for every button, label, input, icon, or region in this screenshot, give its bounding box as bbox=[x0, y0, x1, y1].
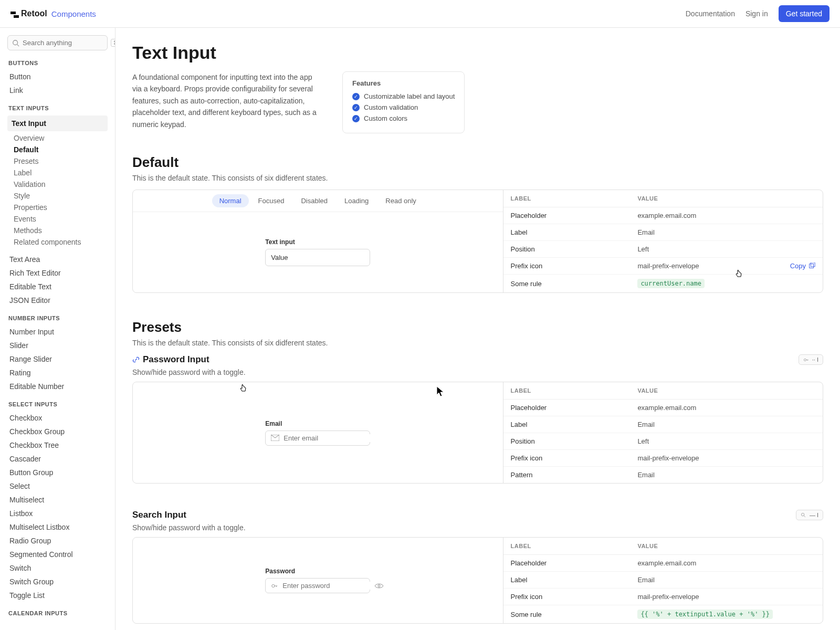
search-input[interactable] bbox=[23, 39, 111, 47]
demo-left: Email bbox=[133, 382, 503, 483]
sidebar-sub-label[interactable]: Label bbox=[7, 167, 108, 178]
prop-row: Placeholderexample.email.com bbox=[503, 555, 823, 572]
eye-icon[interactable] bbox=[375, 582, 383, 590]
prop-row: Position Left bbox=[503, 241, 823, 258]
sidebar-item-switch[interactable]: Switch bbox=[7, 562, 108, 574]
magnify-icon bbox=[801, 512, 806, 518]
password-sub: Show/hide password with a toggle. bbox=[132, 368, 823, 376]
documentation-link[interactable]: Documentation bbox=[686, 9, 735, 18]
default-title: Default bbox=[132, 154, 823, 171]
preset-badge: — I bbox=[796, 510, 823, 520]
sidebar-sub-default[interactable]: Default bbox=[7, 144, 108, 155]
password-demo-card: Email LABEL VALUE bbox=[132, 382, 823, 484]
prop-header-value: VALUE bbox=[637, 387, 815, 394]
password-input[interactable] bbox=[282, 582, 371, 590]
email-input-wrap[interactable] bbox=[265, 430, 370, 446]
presets-desc: This is the default state. This consists… bbox=[132, 339, 823, 347]
search-icon bbox=[12, 39, 19, 47]
tab-disabled[interactable]: Disabled bbox=[293, 194, 335, 207]
sidebar-item-number-input[interactable]: Number Input bbox=[7, 326, 108, 338]
sidebar-item-cascader[interactable]: Cascader bbox=[7, 453, 108, 465]
preset-badge: ·· I bbox=[799, 354, 823, 365]
page-description: A foundational component for inputting t… bbox=[132, 71, 321, 130]
sidebar-item-rich-text-editor[interactable]: Rich Text Editor bbox=[7, 267, 108, 279]
sidebar-sub-events[interactable]: Events bbox=[7, 213, 108, 225]
sidebar-item-toggle-list[interactable]: Toggle List bbox=[7, 589, 108, 602]
tab-focused[interactable]: Focused bbox=[251, 194, 292, 207]
sidebar-item-button-group[interactable]: Button Group bbox=[7, 466, 108, 479]
search-sub: Show/hide password with a toggle. bbox=[132, 523, 823, 532]
prop-label: Some rule bbox=[511, 280, 638, 288]
sidebar-sub-overview[interactable]: Overview bbox=[7, 132, 108, 144]
sidebar-item-text-area[interactable]: Text Area bbox=[7, 253, 108, 266]
sidebar-group-select-inputs: SELECT INPUTS bbox=[8, 401, 108, 407]
signin-link[interactable]: Sign in bbox=[746, 9, 768, 18]
prop-value: example.email.com bbox=[637, 212, 815, 219]
tab-readonly[interactable]: Read only bbox=[378, 194, 424, 207]
sidebar-item-button[interactable]: Button bbox=[7, 70, 108, 83]
features-title: Features bbox=[352, 79, 455, 87]
prop-row: Some rule currentUser.name bbox=[503, 275, 823, 292]
logo[interactable]: Retool bbox=[10, 9, 47, 18]
get-started-button[interactable]: Get started bbox=[779, 5, 830, 22]
password-input-wrap[interactable] bbox=[265, 578, 370, 593]
svg-point-2 bbox=[13, 40, 18, 45]
search-box[interactable]: ⌘ Z bbox=[7, 35, 108, 50]
default-demo-card: Normal Focused Disabled Loading Read onl… bbox=[132, 190, 823, 293]
sidebar-sub-related[interactable]: Related components bbox=[7, 236, 108, 248]
sidebar-item-segmented-control[interactable]: Segmented Control bbox=[7, 548, 108, 561]
sidebar-item-listbox[interactable]: Listbox bbox=[7, 507, 108, 520]
sidebar-sub-validation[interactable]: Validation bbox=[7, 178, 108, 190]
check-icon: ✓ bbox=[352, 104, 360, 111]
feature-item: ✓ Custom colors bbox=[352, 114, 455, 122]
prop-row: Label Email bbox=[503, 224, 823, 241]
anchor-link-icon[interactable] bbox=[132, 356, 140, 363]
sidebar-item-json-editor[interactable]: JSON Editor bbox=[7, 294, 108, 307]
prop-header-label: LABEL bbox=[511, 195, 638, 202]
prop-row: PatternEmail bbox=[503, 467, 823, 483]
sidebar-item-checkbox-tree[interactable]: Checkbox Tree bbox=[7, 439, 108, 452]
sidebar-item-checkbox-group[interactable]: Checkbox Group bbox=[7, 425, 108, 438]
sidebar-item-range-slider[interactable]: Range Slider bbox=[7, 353, 108, 365]
sidebar-item-editable-number[interactable]: Editable Number bbox=[7, 380, 108, 393]
demo-props: LABEL VALUE Placeholder example.email.co… bbox=[503, 190, 823, 292]
demo-text-input[interactable] bbox=[265, 249, 370, 266]
sidebar-item-checkbox[interactable]: Checkbox bbox=[7, 412, 108, 424]
sidebar-item-link[interactable]: Link bbox=[7, 84, 108, 97]
svg-rect-4 bbox=[810, 264, 814, 268]
sidebar-item-rating[interactable]: Rating bbox=[7, 366, 108, 379]
demo-props: LABEL VALUE Placeholderexample.email.com… bbox=[503, 538, 823, 623]
sidebar-item-slider[interactable]: Slider bbox=[7, 339, 108, 352]
feature-text: Custom validation bbox=[364, 103, 418, 111]
sidebar-item-multiselect-listbox[interactable]: Multiselect Listbox bbox=[7, 521, 108, 533]
feature-text: Customizable label and layout bbox=[364, 92, 455, 100]
prop-row: PositionLeft bbox=[503, 433, 823, 450]
components-link[interactable]: Components bbox=[51, 9, 96, 18]
email-input[interactable] bbox=[284, 434, 372, 442]
sidebar-sub-presets[interactable]: Presets bbox=[7, 155, 108, 167]
header-right: Documentation Sign in Get started bbox=[686, 5, 830, 22]
sidebar-sub-style[interactable]: Style bbox=[7, 190, 108, 202]
sidebar-sub-methods[interactable]: Methods bbox=[7, 225, 108, 236]
sidebar-group-number-inputs: NUMBER INPUTS bbox=[8, 315, 108, 321]
sidebar-item-multiselect[interactable]: Multiselect bbox=[7, 494, 108, 506]
sidebar-item-editable-text[interactable]: Editable Text bbox=[7, 280, 108, 293]
sidebar-item-select[interactable]: Select bbox=[7, 480, 108, 492]
sidebar-item-radio-group[interactable]: Radio Group bbox=[7, 534, 108, 547]
copy-button[interactable]: Copy bbox=[790, 262, 815, 270]
retool-logo-icon bbox=[10, 10, 19, 17]
prop-row: Prefix iconmail-prefix-envelope bbox=[503, 450, 823, 467]
key-icon bbox=[803, 357, 809, 363]
svg-line-3 bbox=[17, 44, 19, 46]
tab-normal[interactable]: Normal bbox=[212, 194, 249, 207]
prop-header: LABEL VALUE bbox=[503, 190, 823, 207]
demo-preview: Email bbox=[133, 382, 503, 483]
prop-value: Email bbox=[637, 228, 815, 236]
sidebar-item-switch-group[interactable]: Switch Group bbox=[7, 575, 108, 588]
sidebar-item-text-input[interactable]: Text Input bbox=[7, 116, 108, 131]
tab-loading[interactable]: Loading bbox=[337, 194, 376, 207]
sidebar-sub-properties[interactable]: Properties bbox=[7, 202, 108, 213]
search-demo-card: Password bbox=[132, 537, 823, 624]
prop-row: Prefix iconmail-prefix-envelope bbox=[503, 589, 823, 605]
password-preset-header: Password Input ·· I bbox=[132, 354, 823, 365]
